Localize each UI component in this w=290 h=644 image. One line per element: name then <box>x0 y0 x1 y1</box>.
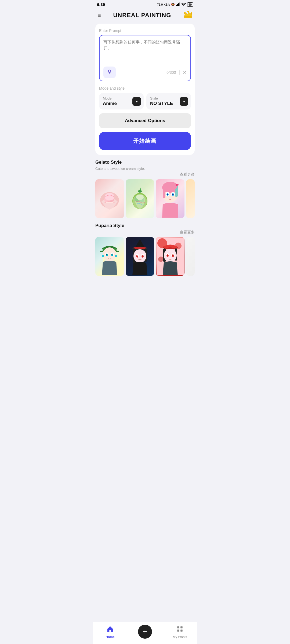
vip-crown-icon[interactable] <box>183 10 193 20</box>
svg-point-48 <box>115 255 117 257</box>
svg-rect-1 <box>177 4 178 6</box>
svg-point-61 <box>143 255 143 256</box>
gelato-header: Gelato Style <box>95 160 195 165</box>
gelato-image-3[interactable] <box>156 179 184 218</box>
svg-point-65 <box>158 257 164 262</box>
svg-rect-2 <box>178 3 179 6</box>
svg-point-45 <box>107 254 108 254</box>
chevron-down-icon-2: ▾ <box>183 99 185 104</box>
app-title: UNREAL PAINTING <box>113 12 171 19</box>
svg-point-18 <box>136 195 144 200</box>
status-icons: 73.9 KB/s 🔕 40 <box>157 2 193 7</box>
chevron-down-icon: ▾ <box>136 99 138 104</box>
svg-point-76 <box>168 255 168 255</box>
menu-icon[interactable]: ≡ <box>97 12 101 19</box>
signal-icon <box>176 2 180 7</box>
style-dropdown[interactable]: Style NO STYLE ▾ <box>146 93 191 109</box>
puparia-gallery-row <box>95 237 195 276</box>
puparia-more-button[interactable]: 查看更多 <box>180 230 195 235</box>
puparia-image-4[interactable] <box>186 237 195 276</box>
svg-point-6 <box>184 12 185 14</box>
svg-rect-0 <box>176 5 177 6</box>
gelato-subtitle: Cute and sweet ice cream style. <box>95 167 195 171</box>
prompt-box: 0/300 | ✕ <box>99 35 191 81</box>
puparia-header: Puparia Style <box>95 223 195 228</box>
battery-icon: 40 <box>187 2 193 7</box>
mode-style-row: Mode Anime ▾ Style NO STYLE ▾ <box>99 93 191 109</box>
prompt-count: 0/300 <box>166 70 176 75</box>
main-content-card: Enter Prompt 0/300 | ✕ Mode and style <box>95 24 195 155</box>
svg-point-7 <box>187 11 189 12</box>
prompt-textarea[interactable] <box>103 39 187 63</box>
gelato-title: Gelato Style <box>95 160 122 165</box>
puparia-image-3[interactable] <box>156 237 184 276</box>
prompt-footer: 0/300 | ✕ <box>103 67 187 78</box>
mode-style-label: Mode and style <box>99 86 191 90</box>
start-painting-button[interactable]: 开始绘画 <box>99 132 191 150</box>
gelato-gallery-row <box>95 179 195 218</box>
mute-icon: 🔕 <box>171 3 175 6</box>
prompt-label: Enter Prompt <box>99 28 191 33</box>
puparia-section: Puparia Style 查看更多 <box>95 223 195 276</box>
gelato-image-4[interactable] <box>186 179 195 218</box>
puparia-image-2[interactable] <box>126 237 154 276</box>
svg-point-19 <box>138 190 142 193</box>
status-time: 6:39 <box>97 2 105 7</box>
svg-point-77 <box>173 255 173 255</box>
svg-point-32 <box>168 193 168 194</box>
mode-dropdown-arrow[interactable]: ▾ <box>132 97 141 106</box>
header: ≡ UNREAL PAINTING <box>93 8 197 24</box>
prompt-divider: | <box>179 69 180 75</box>
svg-point-46 <box>113 254 113 254</box>
puparia-title: Puparia Style <box>95 223 124 228</box>
svg-point-25 <box>176 184 178 186</box>
prompt-count-area: 0/300 | ✕ <box>166 69 187 75</box>
style-dropdown-arrow[interactable]: ▾ <box>180 97 188 106</box>
gelato-more-button[interactable]: 查看更多 <box>180 172 195 177</box>
gelato-section: Gelato Style Cute and sweet ice cream st… <box>95 160 195 218</box>
mode-dropdown[interactable]: Mode Anime ▾ <box>99 93 144 109</box>
svg-point-60 <box>137 255 138 256</box>
svg-point-52 <box>133 249 146 263</box>
prompt-idea-button[interactable] <box>103 67 116 78</box>
network-speed: 73.9 KB/s <box>157 3 170 6</box>
advanced-options-button[interactable]: Advanced Options <box>99 113 191 128</box>
svg-point-47 <box>102 255 104 257</box>
svg-point-33 <box>173 193 173 194</box>
svg-point-69 <box>164 249 177 262</box>
svg-rect-5 <box>184 16 192 18</box>
svg-point-8 <box>191 12 192 14</box>
wifi-icon <box>181 2 186 7</box>
status-bar: 6:39 73.9 KB/s 🔕 40 <box>93 0 197 8</box>
gelato-image-2[interactable] <box>126 179 154 218</box>
svg-rect-3 <box>179 2 180 6</box>
gelato-image-1[interactable] <box>95 179 124 218</box>
lightbulb-icon <box>107 69 113 76</box>
puparia-image-1[interactable] <box>95 237 124 276</box>
svg-point-13 <box>105 193 114 200</box>
svg-point-38 <box>103 247 116 261</box>
prompt-clear-button[interactable]: ✕ <box>183 69 187 75</box>
